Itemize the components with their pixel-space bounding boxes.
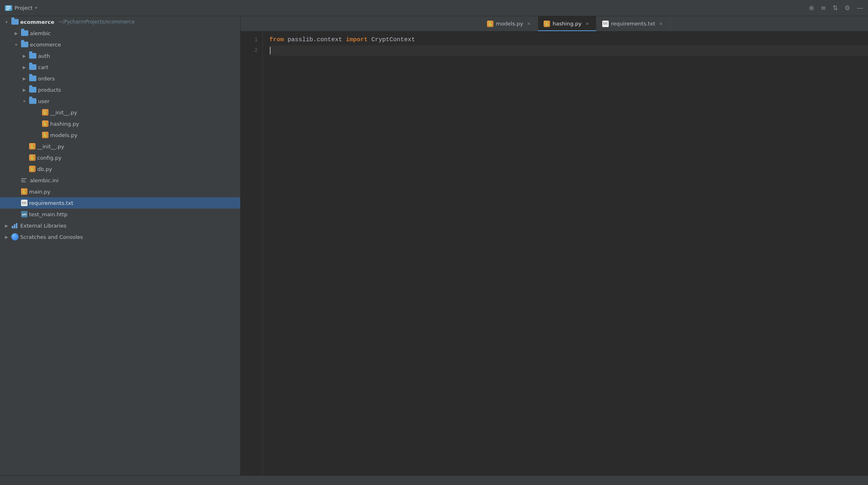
tree-item-init-user[interactable]: 🐍 __init__.py bbox=[0, 107, 240, 118]
requirements-txt-tab-label: requirements.txt bbox=[611, 21, 655, 27]
db-icon: 🐍 bbox=[29, 166, 36, 172]
line-number-2: 2 bbox=[241, 45, 258, 56]
auth-label: auth bbox=[38, 53, 50, 59]
tab-models-py[interactable]: 🐍 models.py × bbox=[481, 16, 538, 31]
module-passlib-context: passlib.context bbox=[288, 35, 342, 45]
code-lines[interactable]: from passlib.context import CryptContext bbox=[263, 32, 868, 475]
test-main-label: test_main.http bbox=[29, 211, 68, 217]
hashing-py-tab-close[interactable]: × bbox=[584, 21, 591, 27]
structure-icon[interactable]: ≡ bbox=[821, 4, 826, 12]
external-libraries-label: External Libraries bbox=[20, 223, 66, 229]
products-chevron-icon: ▶ bbox=[21, 86, 28, 93]
external-libraries-icon bbox=[11, 222, 19, 229]
init-user-label: __init__.py bbox=[50, 110, 77, 116]
ecommerce-inner-label: ecommerce bbox=[30, 42, 61, 48]
requirements-txt-icon: txt bbox=[21, 200, 28, 206]
tree-item-external-libraries[interactable]: ▶ External Libraries bbox=[0, 220, 240, 231]
root-folder-icon bbox=[11, 19, 19, 25]
cart-folder-icon bbox=[29, 64, 36, 70]
test-main-icon: API bbox=[21, 211, 28, 217]
tree-item-alembic-ini[interactable]: alembic.ini bbox=[0, 175, 240, 186]
models-py-tab-icon: 🐍 bbox=[487, 21, 493, 27]
tree-root[interactable]: ▾ ecommerce ~/PycharmProjects/ecommerce bbox=[0, 16, 240, 27]
config-icon: 🐍 bbox=[29, 154, 36, 161]
tree-item-ecommerce-inner[interactable]: ▾ ecommerce bbox=[0, 39, 240, 50]
space-1 bbox=[284, 35, 288, 45]
svg-rect-0 bbox=[6, 6, 11, 7]
tree-item-alembic[interactable]: ▶ alembic bbox=[0, 27, 240, 39]
user-chevron-icon: ▾ bbox=[21, 98, 28, 104]
bottom-bar bbox=[0, 475, 868, 485]
scratches-icon bbox=[11, 233, 19, 240]
tree-item-scratches[interactable]: ▶ Scratches and Consoles bbox=[0, 231, 240, 242]
main-content: ▾ ecommerce ~/PycharmProjects/ecommerce … bbox=[0, 16, 868, 475]
main-py-label: main.py bbox=[29, 189, 51, 195]
navigate-icon[interactable]: ⊕ bbox=[809, 4, 814, 12]
tab-requirements-txt[interactable]: txt requirements.txt × bbox=[597, 16, 670, 31]
scratches-chevron-icon: ▶ bbox=[3, 234, 10, 240]
db-label: db.py bbox=[37, 166, 52, 172]
user-label: user bbox=[38, 98, 49, 104]
settings-icon[interactable]: ⚙ bbox=[845, 4, 850, 12]
editor-code-area[interactable]: 1 2 from passlib.context import CryptCon… bbox=[241, 32, 868, 475]
project-title[interactable]: Project bbox=[15, 5, 32, 11]
user-folder-icon bbox=[29, 98, 36, 104]
models-py-tab-close[interactable]: × bbox=[525, 21, 532, 27]
tree-item-hashing-user[interactable]: 🐍 hashing.py bbox=[0, 118, 240, 129]
tree-item-requirements-txt[interactable]: txt requirements.txt bbox=[0, 197, 240, 209]
tree-item-main-py[interactable]: 🐍 main.py bbox=[0, 186, 240, 197]
project-chevron-icon[interactable]: ▾ bbox=[35, 5, 37, 11]
tree-item-user[interactable]: ▾ user bbox=[0, 95, 240, 107]
tree-item-cart[interactable]: ▶ cart bbox=[0, 61, 240, 73]
requirements-txt-tab-close[interactable]: × bbox=[658, 21, 664, 27]
title-bar-left: Project ▾ bbox=[5, 5, 86, 11]
tree-item-orders[interactable]: ▶ orders bbox=[0, 73, 240, 84]
hashing-user-icon: 🐍 bbox=[42, 120, 49, 127]
external-libraries-chevron-icon: ▶ bbox=[3, 222, 10, 229]
kw-import: import bbox=[346, 35, 368, 45]
scratches-label: Scratches and Consoles bbox=[20, 234, 83, 240]
hashing-py-tab-icon: 🐍 bbox=[544, 21, 550, 27]
main-py-icon: 🐍 bbox=[21, 188, 28, 195]
project-icon bbox=[5, 5, 12, 11]
kw-from: from bbox=[269, 35, 284, 45]
init-user-icon: 🐍 bbox=[42, 109, 49, 116]
models-py-tab-label: models.py bbox=[496, 21, 523, 27]
collapse-icon[interactable]: ⇅ bbox=[832, 4, 838, 12]
requirements-txt-tab-icon: txt bbox=[602, 21, 609, 27]
init-ecommerce-label: __init__.py bbox=[37, 143, 64, 150]
tab-hashing-py[interactable]: 🐍 hashing.py × bbox=[538, 16, 596, 31]
code-line-2 bbox=[269, 45, 868, 56]
products-label: products bbox=[38, 87, 61, 93]
class-crypt-context: CryptContext bbox=[371, 35, 415, 45]
root-chevron-icon: ▾ bbox=[3, 19, 10, 25]
sidebar[interactable]: ▾ ecommerce ~/PycharmProjects/ecommerce … bbox=[0, 16, 241, 475]
orders-chevron-icon: ▶ bbox=[21, 75, 28, 82]
tree-item-models-user[interactable]: 🐍 models.py bbox=[0, 129, 240, 141]
config-label: config.py bbox=[37, 155, 61, 161]
minimize-icon[interactable]: — bbox=[857, 4, 863, 12]
space-3 bbox=[368, 35, 371, 45]
text-cursor bbox=[270, 47, 271, 54]
svg-rect-5 bbox=[16, 223, 17, 228]
line-number-1: 1 bbox=[241, 35, 258, 45]
models-user-icon: 🐍 bbox=[42, 132, 49, 138]
editor[interactable]: 🐍 models.py × 🐍 hashing.py × txt require… bbox=[241, 16, 868, 475]
tree-item-products[interactable]: ▶ products bbox=[0, 84, 240, 95]
ecommerce-inner-folder-icon bbox=[21, 42, 28, 47]
requirements-txt-label: requirements.txt bbox=[29, 200, 73, 206]
tree-item-init-ecommerce[interactable]: 🐍 __init__.py bbox=[0, 141, 240, 152]
svg-rect-3 bbox=[12, 226, 13, 228]
hashing-user-label: hashing.py bbox=[50, 121, 79, 127]
title-bar: Project ▾ ⊕ ≡ ⇅ ⚙ — bbox=[0, 0, 868, 16]
auth-folder-icon bbox=[29, 53, 36, 59]
space-2 bbox=[342, 35, 346, 45]
tree-item-test-main[interactable]: API test_main.http bbox=[0, 209, 240, 220]
tree-item-db[interactable]: 🐍 db.py bbox=[0, 163, 240, 175]
alembic-ini-label: alembic.ini bbox=[30, 177, 59, 183]
hashing-py-tab-label: hashing.py bbox=[553, 21, 581, 27]
tree-item-config[interactable]: 🐍 config.py bbox=[0, 152, 240, 163]
svg-rect-2 bbox=[6, 9, 9, 10]
ecommerce-inner-chevron-icon: ▾ bbox=[13, 41, 19, 48]
tree-item-auth[interactable]: ▶ auth bbox=[0, 50, 240, 61]
